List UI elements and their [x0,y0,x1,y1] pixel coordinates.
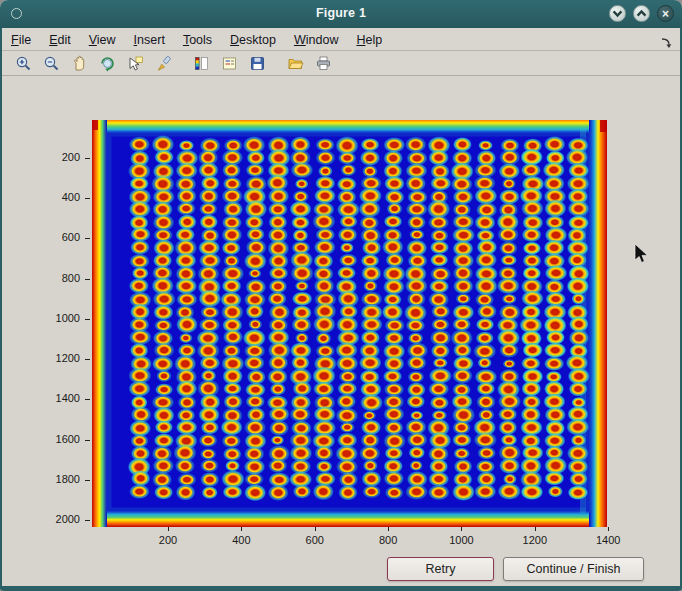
tick-mark [168,527,169,531]
zoom-out-icon[interactable] [38,52,64,74]
menu-item-view[interactable]: View [80,29,125,51]
menu-bar: FileEditViewInsertToolsDesktopWindowHelp [2,28,680,51]
y-tick-label: 800 [46,272,80,284]
tick-mark [388,527,389,531]
tick-mark [85,399,90,400]
y-tick-label: 600 [46,231,80,243]
tick-mark [241,527,242,531]
x-tick-label: 1200 [511,534,559,546]
retry-button[interactable]: Retry [387,557,494,581]
tick-mark [461,527,462,531]
tick-mark [85,158,90,159]
menu-items: FileEditViewInsertToolsDesktopWindowHelp [2,30,391,47]
insert-legend-icon[interactable] [216,52,242,74]
figure-toolbar [2,51,680,76]
close-icon[interactable]: × [657,5,674,22]
chevron-up-icon[interactable] [633,5,650,22]
x-tick-label: 400 [217,534,265,546]
save-figure-icon[interactable] [244,52,270,74]
rotate-3d-icon[interactable] [94,52,120,74]
pan-icon[interactable] [66,52,92,74]
tick-mark [85,198,90,199]
mouse-cursor [634,243,649,265]
tick-mark [85,520,90,521]
data-cursor-icon[interactable] [122,52,148,74]
y-tick-label: 400 [46,191,80,203]
menu-item-desktop[interactable]: Desktop [221,29,285,51]
insert-colorbar-icon[interactable] [188,52,214,74]
zoom-in-icon[interactable] [10,52,36,74]
menu-item-window[interactable]: Window [285,29,347,51]
x-tick-label: 600 [291,534,339,546]
x-tick-label: 1400 [584,534,632,546]
x-axis-labels: 200400600800100012001400 [92,527,632,551]
tick-mark [535,527,536,531]
tick-mark [85,440,90,441]
x-tick-label: 200 [144,534,192,546]
x-tick-label: 800 [364,534,412,546]
tick-mark [85,359,90,360]
chevron-down-icon[interactable] [609,5,626,22]
y-tick-label: 1000 [46,312,80,324]
window-title: Figure 1 [0,6,682,20]
y-tick-label: 200 [46,151,80,163]
menu-item-tools[interactable]: Tools [174,29,221,51]
plot-area [92,120,607,527]
tick-mark [85,279,90,280]
print-icon[interactable] [310,52,336,74]
brush-icon[interactable] [150,52,176,74]
tick-mark [85,319,90,320]
tick-mark [608,527,609,531]
menu-item-help[interactable]: Help [347,29,391,51]
title-bar: Figure 1 × [0,0,682,28]
open-file-icon[interactable] [282,52,308,74]
window-controls: × [609,5,674,22]
heatmap-canvas[interactable] [92,120,607,527]
y-tick-label: 2000 [46,513,80,525]
tick-mark [85,238,90,239]
y-tick-label: 1600 [46,433,80,445]
menu-item-file[interactable]: File [2,29,40,51]
dock-figure-icon[interactable] [660,33,672,45]
y-axis-labels: 200400600800100012001400160018002000 [44,120,92,527]
y-tick-label: 1400 [46,392,80,404]
figure-window: Figure 1 × FileEditViewInsertToolsDeskto… [0,0,682,591]
tick-mark [315,527,316,531]
tick-mark [85,480,90,481]
menu-item-insert[interactable]: Insert [125,29,174,51]
y-tick-label: 1800 [46,473,80,485]
continue-finish-button[interactable]: Continue / Finish [503,557,644,581]
y-tick-label: 1200 [46,352,80,364]
window-border-bottom [0,586,682,591]
menu-item-edit[interactable]: Edit [40,29,80,51]
window-border-left [0,28,2,591]
x-tick-label: 1000 [437,534,485,546]
